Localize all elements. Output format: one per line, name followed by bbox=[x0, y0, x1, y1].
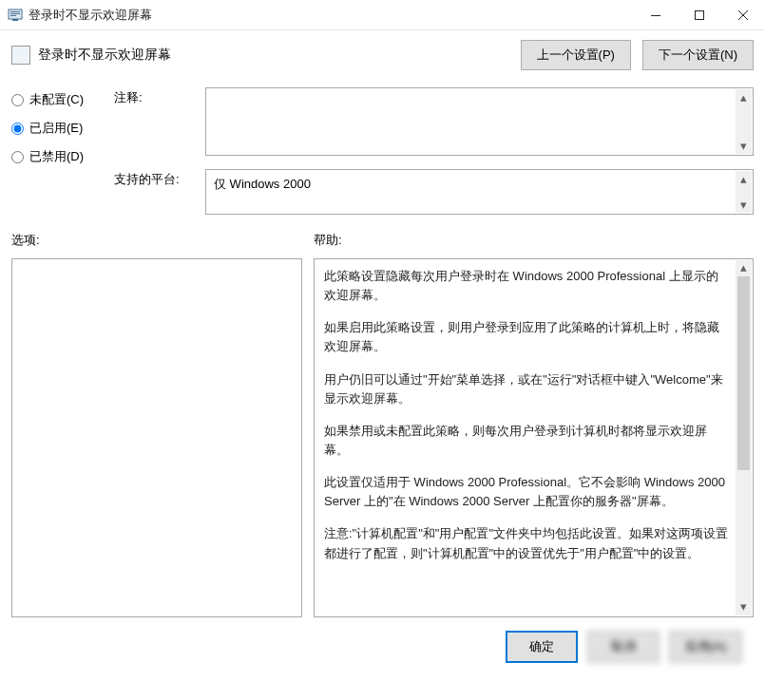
scroll-up-icon: ▴ bbox=[736, 260, 752, 276]
state-radio-group: 未配置(C) 已启用(E) 已禁用(D) bbox=[11, 87, 97, 215]
svg-rect-6 bbox=[696, 10, 704, 19]
scroll-down-icon: ▾ bbox=[736, 138, 752, 154]
ok-label: 确定 bbox=[529, 639, 554, 653]
supported-value: 仅 Windows 2000 bbox=[214, 177, 311, 191]
svg-rect-3 bbox=[10, 15, 16, 16]
radio-enabled-input[interactable] bbox=[11, 123, 24, 135]
maximize-icon bbox=[695, 10, 704, 20]
minimize-icon bbox=[651, 10, 660, 20]
policy-header: 登录时不显示欢迎屏幕 上一个设置(P) 下一个设置(N) bbox=[11, 40, 754, 70]
help-paragraph: 此设置仅适用于 Windows 2000 Professional。它不会影响 … bbox=[324, 473, 730, 511]
radio-disabled-label: 已禁用(D) bbox=[29, 148, 84, 165]
comment-scrollbar[interactable]: ▴ ▾ bbox=[736, 89, 752, 154]
scroll-up-icon: ▴ bbox=[736, 171, 752, 187]
options-label: 选项: bbox=[11, 232, 302, 258]
previous-setting-label: 上一个设置(P) bbox=[537, 47, 615, 62]
policy-icon bbox=[8, 8, 23, 23]
next-setting-label: 下一个设置(N) bbox=[659, 47, 737, 62]
svg-rect-1 bbox=[10, 11, 20, 12]
supported-label: 支持的平台: bbox=[114, 169, 196, 215]
radio-not-configured-label: 未配置(C) bbox=[29, 91, 84, 108]
radio-enabled[interactable]: 已启用(E) bbox=[11, 120, 97, 137]
policy-title: 登录时不显示欢迎屏幕 bbox=[38, 47, 521, 64]
svg-rect-2 bbox=[10, 13, 20, 14]
policy-header-icon bbox=[11, 46, 30, 65]
help-paragraph: 此策略设置隐藏每次用户登录时在 Windows 2000 Professiona… bbox=[324, 267, 730, 305]
help-paragraph: 如果启用此策略设置，则用户登录到应用了此策略的计算机上时，将隐藏欢迎屏幕。 bbox=[324, 318, 730, 356]
previous-setting-button[interactable]: 上一个设置(P) bbox=[521, 40, 631, 70]
window-minimize-button[interactable] bbox=[634, 0, 678, 30]
scroll-track[interactable] bbox=[736, 276, 752, 599]
radio-not-configured-input[interactable] bbox=[11, 94, 24, 106]
next-setting-button[interactable]: 下一个设置(N) bbox=[642, 40, 754, 70]
scroll-down-icon: ▾ bbox=[736, 197, 752, 213]
comment-textarea[interactable]: ▴ ▾ bbox=[205, 87, 754, 156]
cancel-button[interactable]: 取消 bbox=[587, 631, 660, 663]
help-paragraph: 如果禁用或未配置此策略，则每次用户登录到计算机时都将显示欢迎屏幕。 bbox=[324, 422, 730, 460]
window-close-button[interactable] bbox=[721, 0, 765, 30]
svg-rect-5 bbox=[651, 15, 660, 16]
help-label: 帮助: bbox=[314, 232, 754, 258]
scroll-thumb[interactable] bbox=[737, 276, 750, 470]
cancel-label: 取消 bbox=[611, 639, 636, 653]
apply-label: 应用(A) bbox=[685, 639, 726, 653]
apply-button[interactable]: 应用(A) bbox=[669, 631, 742, 663]
ok-button[interactable]: 确定 bbox=[506, 631, 578, 663]
help-paragraph: 注意:"计算机配置"和"用户配置"文件夹中均包括此设置。如果对这两项设置都进行了… bbox=[324, 524, 730, 562]
svg-rect-4 bbox=[12, 19, 18, 21]
radio-not-configured[interactable]: 未配置(C) bbox=[11, 91, 97, 108]
help-scrollbar[interactable]: ▴ ▾ bbox=[736, 260, 752, 615]
options-panel bbox=[11, 258, 302, 617]
window-maximize-button[interactable] bbox=[678, 0, 721, 30]
radio-disabled-input[interactable] bbox=[11, 151, 24, 163]
help-paragraph: 用户仍旧可以通过"开始"菜单选择，或在"运行"对话框中键入"Welcome"来显… bbox=[324, 370, 730, 408]
supported-scrollbar[interactable]: ▴ ▾ bbox=[736, 171, 752, 213]
help-panel: 此策略设置隐藏每次用户登录时在 Windows 2000 Professiona… bbox=[314, 258, 754, 617]
supported-textarea: 仅 Windows 2000 ▴ ▾ bbox=[205, 169, 754, 215]
scroll-down-icon: ▾ bbox=[736, 599, 752, 615]
radio-disabled[interactable]: 已禁用(D) bbox=[11, 148, 97, 165]
scroll-up-icon: ▴ bbox=[736, 89, 752, 105]
radio-enabled-label: 已启用(E) bbox=[29, 120, 83, 137]
close-icon bbox=[738, 10, 748, 20]
window-title: 登录时不显示欢迎屏幕 bbox=[29, 7, 634, 24]
window-titlebar: 登录时不显示欢迎屏幕 bbox=[0, 0, 765, 30]
comment-label: 注释: bbox=[114, 87, 196, 156]
